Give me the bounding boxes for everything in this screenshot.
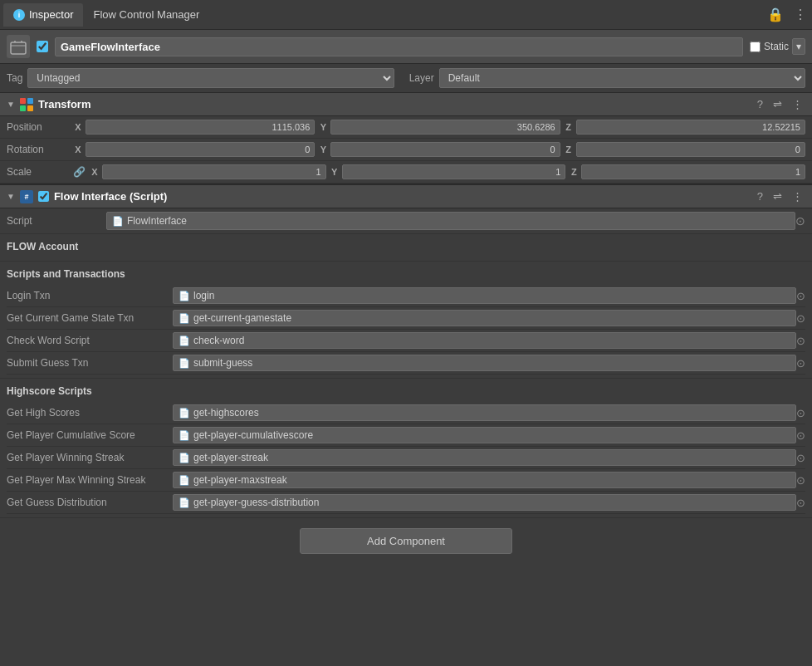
rotation-xyz-group: X Y Z (73, 142, 805, 157)
get-winning-streak-text: get-player-streak (193, 452, 268, 463)
get-guess-distribution-select-button[interactable]: ⊙ (796, 497, 805, 509)
scale-y-label: Y (330, 167, 340, 177)
get-guess-distribution-value[interactable]: 📄 get-player-guess-distribution (173, 494, 796, 511)
script-name: FlowInterface (127, 215, 187, 227)
check-word-select-button[interactable]: ⊙ (796, 335, 805, 347)
rotation-y-input[interactable] (330, 142, 560, 157)
transform-arrow-icon: ▼ (7, 100, 15, 109)
rotation-z-input[interactable] (576, 142, 805, 157)
object-name-input[interactable] (55, 37, 743, 56)
script-select-button[interactable]: ⊙ (795, 214, 805, 228)
static-area: Static ▾ (750, 38, 805, 55)
svg-rect-4 (20, 98, 26, 104)
flow-script-section-header[interactable]: ▼ # Flow Interface (Script) ? ⇌ ⋮ (0, 184, 812, 208)
check-word-label: Check Word Script (7, 335, 173, 346)
get-game-state-value[interactable]: 📄 get-current-gamestate (173, 310, 796, 326)
static-dropdown-button[interactable]: ▾ (792, 38, 805, 55)
svg-rect-7 (27, 105, 33, 111)
flow-script-more-button[interactable]: ⋮ (790, 189, 805, 203)
submit-guess-row: Submit Guess Txn 📄 submit-guess ⊙ (7, 352, 805, 375)
static-checkbox[interactable] (750, 42, 761, 52)
layer-label: Layer (409, 72, 434, 84)
rotation-z-label: Z (564, 144, 574, 154)
get-cumulative-score-row: Get Player Cumulative Score 📄 get-player… (7, 424, 805, 447)
flow-script-settings-button[interactable]: ⇌ (770, 189, 785, 203)
check-word-value[interactable]: 📄 check-word (173, 332, 796, 349)
script-file-icon: 📄 (112, 216, 124, 227)
object-active-checkbox[interactable] (37, 41, 48, 52)
add-component-button[interactable]: Add Component (300, 528, 512, 554)
tab-inspector[interactable]: i Inspector (3, 3, 83, 27)
rotation-x-label: X (73, 144, 83, 154)
get-winning-streak-select-button[interactable]: ⊙ (796, 452, 805, 464)
rotation-z-field: Z (564, 142, 805, 157)
flow-account-title: FLOW Account (7, 241, 805, 252)
rotation-x-input[interactable] (86, 142, 315, 157)
script-value-field[interactable]: 📄 FlowInterface (106, 212, 795, 230)
flow-account-section: FLOW Account (0, 234, 812, 262)
tag-dropdown[interactable]: Untagged (27, 68, 394, 88)
check-word-row: Check Word Script 📄 check-word ⊙ (7, 330, 805, 352)
get-game-state-label: Get Current Game State Txn (7, 312, 173, 324)
get-max-winning-streak-doc-icon: 📄 (179, 475, 190, 486)
get-game-state-select-button[interactable]: ⊙ (796, 312, 805, 325)
rotation-row: Rotation X Y Z (0, 139, 812, 161)
get-cumulative-score-label: Get Player Cumulative Score (7, 429, 173, 441)
flow-script-active-checkbox[interactable] (38, 191, 49, 202)
scale-x-input[interactable] (102, 164, 326, 179)
position-x-input[interactable] (86, 120, 315, 135)
more-menu-button[interactable]: ⋮ (792, 5, 809, 24)
scale-z-label: Z (569, 167, 579, 177)
static-label: Static (764, 41, 789, 52)
get-high-scores-select-button[interactable]: ⊙ (796, 407, 805, 419)
scale-z-input[interactable] (581, 164, 805, 179)
get-high-scores-row: Get High Scores 📄 get-highscores ⊙ (7, 402, 805, 424)
tab-flow-control[interactable]: Flow Control Manager (83, 3, 209, 27)
layer-dropdown[interactable]: Default (439, 68, 805, 88)
rotation-y-field: Y (318, 142, 560, 157)
inspector-icon: i (13, 9, 25, 21)
scale-x-label: X (90, 167, 100, 177)
scale-label: Scale (7, 166, 73, 178)
scripts-transactions-section: Scripts and Transactions Login Txn 📄 log… (0, 262, 812, 379)
tab-flow-control-label: Flow Control Manager (93, 8, 199, 21)
get-cumulative-score-select-button[interactable]: ⊙ (796, 429, 805, 442)
scale-y-input[interactable] (342, 164, 566, 179)
transform-help-button[interactable]: ? (755, 97, 766, 111)
highscore-scripts-section: Highscore Scripts Get High Scores 📄 get-… (0, 379, 812, 518)
check-word-doc-icon: 📄 (179, 335, 190, 346)
get-max-winning-streak-value[interactable]: 📄 get-player-maxstreak (173, 472, 796, 488)
login-txn-value[interactable]: 📄 login (173, 287, 796, 304)
login-txn-select-button[interactable]: ⊙ (796, 290, 805, 302)
get-winning-streak-label: Get Player Winning Streak (7, 452, 173, 463)
rotation-x-field: X (73, 142, 315, 157)
flow-script-help-button[interactable]: ? (755, 189, 766, 203)
get-cumulative-score-doc-icon: 📄 (179, 430, 190, 441)
tab-inspector-label: Inspector (29, 8, 73, 21)
transform-more-button[interactable]: ⋮ (790, 97, 805, 111)
get-cumulative-score-value[interactable]: 📄 get-player-cumulativescore (173, 427, 796, 443)
scale-z-field: Z (569, 164, 805, 179)
login-txn-label: Login Txn (7, 290, 173, 301)
position-z-input[interactable] (576, 120, 805, 135)
submit-guess-value[interactable]: 📄 submit-guess (173, 355, 796, 371)
lock-button[interactable]: 🔒 (766, 5, 785, 24)
transform-section-header[interactable]: ▼ Transform ? ⇌ ⋮ (0, 93, 812, 116)
script-row: Script 📄 FlowInterface ⊙ (0, 208, 812, 234)
position-x-field: X (73, 120, 315, 135)
get-high-scores-doc-icon: 📄 (179, 408, 190, 419)
get-max-winning-streak-select-button[interactable]: ⊙ (796, 474, 805, 487)
highscore-title: Highscore Scripts (7, 385, 805, 397)
get-guess-distribution-row: Get Guess Distribution 📄 get-player-gues… (7, 492, 805, 514)
position-y-label: Y (318, 122, 328, 132)
get-high-scores-value[interactable]: 📄 get-highscores (173, 404, 796, 421)
tag-label: Tag (7, 72, 22, 84)
get-winning-streak-value[interactable]: 📄 get-player-streak (173, 449, 796, 466)
position-y-input[interactable] (330, 120, 560, 135)
add-component-area: Add Component (0, 518, 812, 564)
transform-settings-button[interactable]: ⇌ (770, 97, 785, 111)
svg-rect-0 (11, 42, 26, 54)
submit-guess-select-button[interactable]: ⊙ (796, 357, 805, 370)
login-txn-text: login (193, 290, 214, 301)
submit-guess-doc-icon: 📄 (179, 358, 190, 369)
